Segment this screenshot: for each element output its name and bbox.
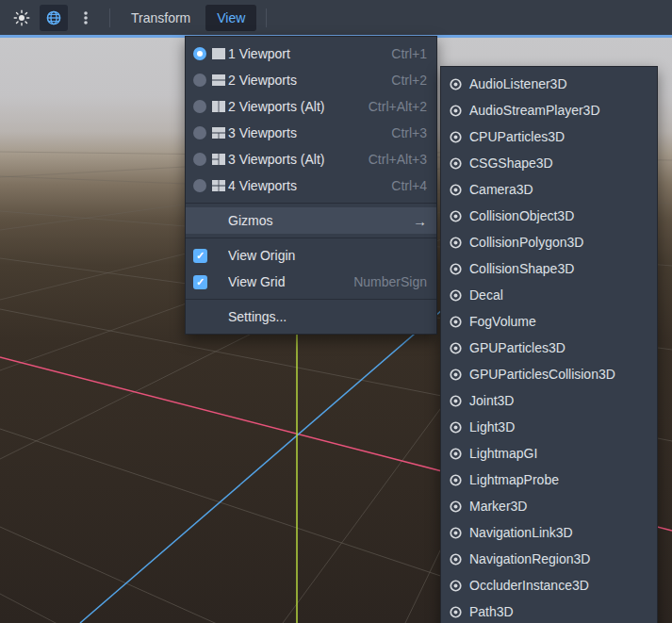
globe-icon [45, 9, 62, 26]
gizmo-item-label: CSGShape3D [469, 156, 553, 171]
checkbox-checked-icon: ✓ [193, 249, 207, 263]
toolbar-separator [109, 8, 110, 27]
gizmo-item-path3d[interactable]: Path3D [441, 598, 657, 623]
gizmo-item-occluderinstance3d[interactable]: OccluderInstance3D [441, 572, 657, 598]
visibility-icon [449, 605, 463, 619]
gizmo-item-camera3d[interactable]: Camera3D [441, 176, 657, 203]
submenu-arrow-icon: → [413, 213, 427, 229]
menu-item-label: 4 Viewports [228, 178, 378, 193]
preview-sun-button[interactable] [8, 5, 36, 31]
gizmo-item-collisionpolygon3d[interactable]: CollisionPolygon3D [441, 229, 657, 255]
menu-item-view-grid[interactable]: ✓ View Grid NumberSign [186, 269, 436, 295]
gizmo-item-audiolistener3d[interactable]: AudioListener3D [441, 71, 657, 97]
menu-item-settings[interactable]: Settings... [186, 303, 436, 330]
menu-item-label: 3 Viewports (Alt) [228, 152, 355, 167]
menu-item-view-origin[interactable]: ✓ View Origin [186, 242, 436, 269]
gizmo-item-decal[interactable]: Decal [441, 282, 657, 308]
gizmo-item-label: AudioListener3D [469, 76, 567, 91]
visibility-icon [449, 579, 463, 593]
viewport-4-icon [211, 178, 226, 193]
visibility-icon [449, 315, 463, 329]
gizmo-item-label: LightmapGI [469, 446, 537, 461]
gizmo-item-collisionobject3d[interactable]: CollisionObject3D [441, 203, 657, 229]
visibility-icon [449, 447, 463, 461]
gizmo-item-lightmapgi[interactable]: LightmapGI [441, 440, 657, 467]
gizmo-item-cpuparticles3d[interactable]: CPUParticles3D [441, 123, 657, 150]
kebab-menu-icon [77, 9, 94, 26]
gizmo-item-navigationregion3d[interactable]: NavigationRegion3D [441, 546, 657, 572]
gizmo-item-label: NavigationRegion3D [469, 551, 590, 566]
gizmo-item-label: GPUParticles3D [469, 340, 565, 355]
shortcut-label: NumberSign [353, 274, 427, 289]
visibility-icon [449, 183, 463, 197]
gizmo-item-collisionshape3d[interactable]: CollisionShape3D [441, 255, 657, 282]
gizmo-item-audiostreamplayer3d[interactable]: AudioStreamPlayer3D [441, 97, 657, 123]
gizmos-item-list: AudioListener3DAudioStreamPlayer3DCPUPar… [441, 71, 657, 623]
menu-item-1-viewport[interactable]: 1 ViewportCtrl+1 [186, 41, 436, 67]
shortcut-label: Ctrl+Alt+2 [369, 99, 427, 114]
viewport-3-icon [211, 125, 226, 140]
toolbar-separator [266, 8, 267, 27]
visibility-icon [449, 130, 463, 144]
radio-unselected-icon [193, 126, 206, 139]
shortcut-label: Ctrl+4 [391, 178, 427, 193]
gizmo-item-gpuparticlescollision3d[interactable]: GPUParticlesCollision3D [441, 361, 657, 387]
shortcut-label: Ctrl+3 [391, 125, 427, 140]
menu-item-2-viewports[interactable]: 2 ViewportsCtrl+2 [186, 67, 436, 93]
viewport-layout-options: 1 ViewportCtrl+12 ViewportsCtrl+22 Viewp… [186, 41, 436, 199]
shortcut-label: Ctrl+1 [391, 46, 427, 61]
gizmo-item-label: OccluderInstance3D [469, 578, 589, 593]
gizmo-item-fogvolume[interactable]: FogVolume [441, 308, 657, 335]
menu-separator [186, 238, 436, 238]
gizmo-item-label: Path3D [469, 604, 514, 619]
gizmo-item-joint3d[interactable]: Joint3D [441, 387, 657, 414]
gizmo-item-navigationlink3d[interactable]: NavigationLink3D [441, 519, 657, 546]
gizmo-item-light3d[interactable]: Light3D [441, 414, 657, 440]
visibility-icon [449, 500, 463, 514]
menu-item-label: 2 Viewports [228, 73, 378, 88]
radio-unselected-icon [193, 153, 206, 166]
viewport-toolbar: Transform View [0, 0, 672, 35]
menu-item-label: 1 Viewport [228, 46, 378, 61]
settings-label: Settings... [228, 309, 427, 324]
radio-selected-icon [193, 47, 206, 60]
view-menu-button[interactable]: View [205, 5, 256, 31]
radio-unselected-icon [193, 74, 206, 87]
transform-menu-button[interactable]: Transform [120, 5, 202, 31]
visibility-icon [449, 552, 463, 566]
menu-item-label: 3 Viewports [228, 125, 378, 140]
gizmo-item-lightmapprobe[interactable]: LightmapProbe [441, 467, 657, 493]
gizmo-item-label: Decal [469, 287, 503, 303]
menu-item-3-viewports[interactable]: 3 ViewportsCtrl+3 [186, 120, 436, 146]
visibility-icon [449, 156, 463, 171]
gizmo-item-label: LightmapProbe [469, 472, 559, 487]
menu-item-4-viewports[interactable]: 4 ViewportsCtrl+4 [186, 172, 436, 199]
gizmo-item-marker3d[interactable]: Marker3D [441, 493, 657, 519]
radio-unselected-icon [193, 179, 206, 192]
menu-item-3-viewports-alt[interactable]: 3 Viewports (Alt)Ctrl+Alt+3 [186, 146, 436, 172]
view-grid-label: View Grid [228, 274, 340, 289]
menu-item-gizmos[interactable]: Gizmos → [186, 207, 436, 234]
visibility-icon [449, 473, 463, 487]
gizmo-item-label: CPUParticles3D [469, 129, 565, 144]
menu-item-2-viewports-alt[interactable]: 2 Viewports (Alt)Ctrl+Alt+2 [186, 93, 436, 120]
gizmo-item-label: NavigationLink3D [469, 525, 573, 540]
gizmo-item-label: Marker3D [469, 499, 527, 514]
extra-options-button[interactable] [72, 5, 100, 31]
view-menu-popup: 1 ViewportCtrl+12 ViewportsCtrl+22 Viewp… [185, 36, 437, 335]
gizmo-item-csgshape3d[interactable]: CSGShape3D [441, 150, 657, 176]
visibility-icon [449, 526, 463, 540]
preview-environment-button[interactable] [40, 5, 68, 31]
viewport-2h-icon [211, 73, 226, 88]
gizmos-label: Gizmos [228, 213, 403, 228]
gizmo-item-label: FogVolume [469, 314, 536, 329]
gizmo-item-label: Light3D [469, 419, 515, 434]
viewport-1-icon [211, 46, 226, 61]
menu-separator [186, 203, 436, 204]
shortcut-label: Ctrl+2 [391, 73, 427, 88]
view-origin-label: View Origin [228, 248, 414, 263]
gizmo-item-gpuparticles3d[interactable]: GPUParticles3D [441, 335, 657, 361]
menu-separator [186, 299, 436, 300]
godot-3d-editor: Transform View 1 ViewportCtrl+12 Viewpor… [0, 0, 672, 623]
menu-item-label: 2 Viewports (Alt) [228, 99, 355, 114]
